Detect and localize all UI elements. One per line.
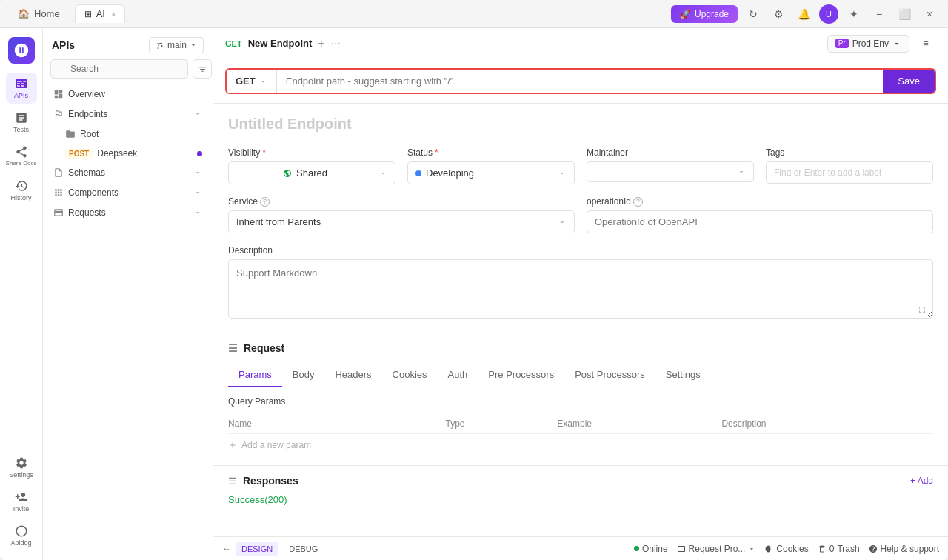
branch-selector[interactable]: main	[149, 37, 204, 53]
menu-button[interactable]: ≡	[915, 33, 936, 54]
tab-settings[interactable]: Settings	[655, 363, 711, 387]
col-name: Name	[228, 419, 440, 429]
description-field: Description	[228, 245, 933, 321]
success-200-link[interactable]: Success(200)	[228, 494, 287, 505]
request-pro-button[interactable]: Request Pro...	[677, 544, 756, 554]
tab-home[interactable]: 🏠 Home	[9, 5, 69, 22]
col-description: Description	[721, 419, 933, 429]
upgrade-button[interactable]: 🚀 Upgrade	[671, 5, 738, 23]
description-textarea[interactable]	[228, 259, 933, 319]
sidebar-item-requests[interactable]: Requests	[47, 203, 208, 222]
trash-count: 0	[830, 544, 835, 554]
operationid-input[interactable]	[587, 210, 933, 233]
home-tab-icon: 🏠	[18, 8, 30, 19]
online-status[interactable]: Online	[634, 544, 668, 554]
form-grid-row2: Service ? Inherit from Parents opera	[228, 196, 933, 233]
deepseek-method-badge: POST	[65, 149, 93, 159]
apidog-label: Apidog	[10, 539, 31, 547]
history-icon	[15, 179, 28, 193]
add-response-button[interactable]: + Add	[910, 476, 933, 486]
status-select[interactable]: Developing	[407, 161, 575, 184]
sidebar-item-root[interactable]: Root	[47, 124, 208, 144]
titlebar: 🏠 Home ⊞ AI × 🚀 Upgrade ↻ ⚙ 🔔 U ✦ − ⬜ ×	[0, 0, 948, 28]
overview-icon	[53, 89, 64, 99]
sidebar-nav: Overview Endpoints Root POST Deepseek	[43, 84, 213, 560]
maintainer-label: Maintainer	[587, 147, 754, 158]
layout-left-arrow[interactable]: ←	[222, 544, 231, 554]
filter-button[interactable]	[193, 59, 212, 79]
sidebar-search-bar	[43, 59, 213, 84]
minimize-button[interactable]: −	[869, 4, 889, 24]
service-field: Service ? Inherit from Parents	[228, 196, 575, 233]
close-window-button[interactable]: ×	[920, 4, 939, 24]
debug-button[interactable]: DEBUG	[283, 542, 324, 556]
nav-item-tests[interactable]: Tests	[6, 107, 37, 138]
nav-item-apis[interactable]: APIs	[6, 73, 37, 104]
refresh-button[interactable]: ↻	[744, 4, 763, 24]
expand-icon[interactable]	[917, 304, 927, 315]
add-tab-button[interactable]: +	[318, 37, 324, 50]
content-topbar: GET New Endpoint + ··· Pr Prod Env ≡	[213, 28, 948, 59]
url-path-input[interactable]	[277, 70, 884, 93]
nav-item-apidog[interactable]: Apidog	[6, 520, 37, 551]
success-200-row: Success(200)	[228, 494, 933, 505]
settings-icon-button[interactable]: ⚙	[769, 4, 788, 24]
tags-input[interactable]: Find or Enter to add a label	[766, 161, 933, 184]
notifications-button[interactable]: 🔔	[794, 4, 813, 24]
env-label: Prod Env	[852, 39, 889, 49]
trash-icon	[818, 544, 827, 553]
tab-body[interactable]: Body	[282, 363, 325, 387]
avatar[interactable]: U	[819, 4, 838, 24]
pin-button[interactable]: ✦	[844, 4, 864, 24]
method-select[interactable]: GET	[227, 70, 277, 93]
env-selector[interactable]: Pr Prod Env	[827, 35, 909, 53]
design-button[interactable]: DESIGN	[236, 542, 278, 556]
search-input[interactable]	[50, 59, 188, 79]
tab-auth[interactable]: Auth	[438, 363, 478, 387]
titlebar-right: 🚀 Upgrade ↻ ⚙ 🔔 U ✦ − ⬜ ×	[671, 4, 939, 24]
add-param-button[interactable]: Add a new param	[228, 434, 933, 456]
description-label: Description	[228, 245, 933, 256]
sidebar-item-components[interactable]: Components	[47, 183, 208, 202]
tab-cookies[interactable]: Cookies	[382, 363, 438, 387]
visibility-chevron-icon	[378, 169, 387, 178]
maintainer-select[interactable]	[587, 161, 754, 182]
help-button[interactable]: Help & support	[869, 544, 939, 554]
nav-item-settings[interactable]: Settings	[6, 452, 37, 483]
sidebar-item-endpoints[interactable]: Endpoints	[47, 104, 208, 124]
sidebar-item-deepseek[interactable]: POST Deepseek	[47, 144, 208, 162]
service-select[interactable]: Inherit from Parents	[228, 210, 575, 233]
endpoint-form: Untitled Endpoint Visibility * Shared	[213, 104, 948, 333]
more-options-button[interactable]: ···	[331, 37, 341, 50]
sidebar-item-schemas[interactable]: Schemas	[47, 163, 208, 182]
form-title: Untitled Endpoint	[228, 116, 933, 133]
nav-item-history[interactable]: History	[6, 175, 37, 206]
cookies-button[interactable]: Cookies	[764, 544, 808, 554]
service-chevron-icon	[558, 218, 567, 227]
tab-pre-processors[interactable]: Pre Processors	[478, 363, 564, 387]
tab-post-processors[interactable]: Post Processors	[564, 363, 655, 387]
env-prefix: Pr	[835, 39, 849, 48]
sidebar-item-overview[interactable]: Overview	[47, 84, 208, 104]
visibility-select[interactable]: Shared	[228, 161, 395, 184]
tab-params[interactable]: Params	[228, 363, 282, 387]
method-select-label: GET	[236, 76, 256, 87]
add-param-label: Add a new param	[241, 440, 311, 450]
app-logo[interactable]	[8, 37, 35, 64]
invite-icon	[15, 490, 28, 504]
endpoints-section-icon	[53, 109, 64, 119]
tab-ai[interactable]: ⊞ AI ×	[75, 4, 126, 23]
nav-item-share-docs[interactable]: Share Docs	[6, 141, 37, 172]
components-icon	[53, 187, 64, 198]
tab-headers[interactable]: Headers	[324, 363, 381, 387]
close-tab-button[interactable]: ×	[111, 10, 116, 19]
branch-chevron-icon	[190, 41, 197, 49]
maximize-button[interactable]: ⬜	[895, 4, 914, 24]
nav-item-invite[interactable]: Invite	[6, 486, 37, 517]
settings-nav-icon	[15, 456, 28, 470]
content-body: GET Save Untitled Endpoint Vi	[213, 59, 948, 536]
save-button[interactable]: Save	[883, 70, 935, 93]
tags-placeholder: Find or Enter to add a label	[774, 167, 881, 178]
trash-button[interactable]: 0 Trash	[818, 544, 860, 554]
status-label: Status *	[407, 147, 575, 158]
